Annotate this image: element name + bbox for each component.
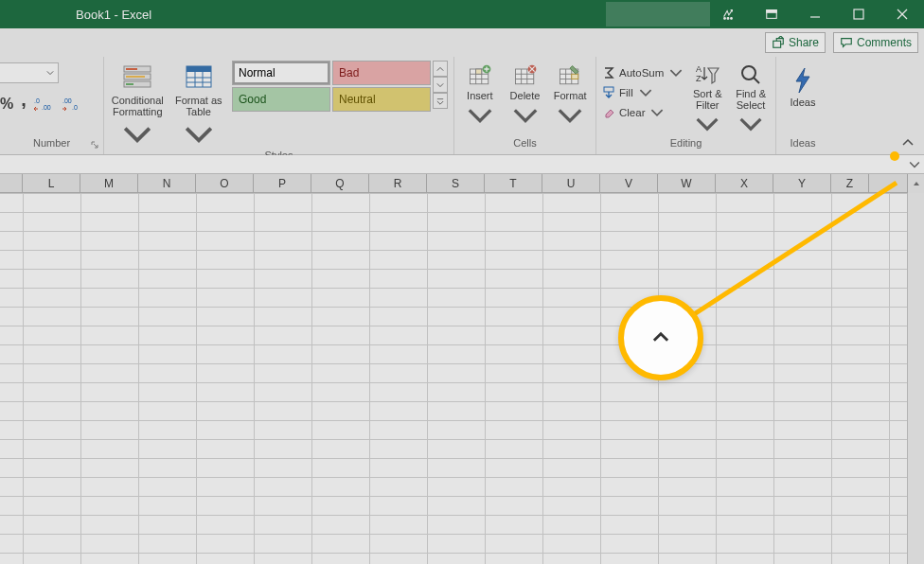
title-blur-patch: [606, 2, 710, 26]
share-icon: [772, 36, 785, 49]
callout-magnifier: [618, 295, 703, 380]
cell-style-good[interactable]: Good: [232, 87, 330, 112]
col-header[interactable]: Y: [773, 174, 831, 192]
share-label: Share: [789, 36, 819, 49]
group-number: ral % , .0.00 .00.0 Number: [0, 57, 104, 154]
insert-cells-button[interactable]: Insert: [460, 61, 500, 129]
col-header[interactable]: P: [254, 174, 311, 192]
col-header[interactable]: R: [369, 174, 427, 192]
chevron-down-icon: [122, 119, 152, 150]
clear-button[interactable]: Clear: [602, 104, 683, 121]
svg-rect-9: [773, 41, 781, 47]
vertical-scrollbar[interactable]: [907, 193, 924, 564]
window-title: Book1 - Excel: [76, 8, 151, 22]
col-header[interactable]: U: [542, 174, 600, 192]
svg-point-1: [727, 18, 729, 20]
svg-rect-19: [126, 83, 133, 85]
autosum-button[interactable]: AutoSum: [602, 64, 683, 81]
col-header[interactable]: T: [485, 174, 542, 192]
fill-down-icon: [602, 86, 615, 99]
delete-cells-button[interactable]: Delete: [506, 61, 545, 129]
cell-style-bad[interactable]: Bad: [332, 61, 431, 85]
increase-decimal-button[interactable]: .0.00: [34, 97, 55, 112]
col-header[interactable]: Q: [311, 174, 369, 192]
column-headers: L M N O P Q R S T U V W X Y Z: [0, 174, 924, 193]
svg-rect-4: [767, 10, 777, 13]
format-as-table-label: Format as Table: [171, 95, 227, 117]
title-bar: Book1 - Excel: [0, 0, 924, 28]
share-button[interactable]: Share: [765, 32, 826, 53]
fill-button[interactable]: Fill: [602, 84, 683, 101]
format-cells-button[interactable]: Format: [550, 61, 590, 129]
col-header[interactable]: O: [196, 174, 254, 192]
svg-rect-17: [126, 68, 137, 70]
chevron-down-icon: [467, 102, 493, 129]
find-select-button[interactable]: Find & Select: [732, 61, 770, 136]
ideas-group-label: Ideas: [791, 137, 816, 149]
increase-decimal-icon: .0.00: [34, 97, 53, 112]
svg-rect-45: [572, 74, 578, 79]
comments-icon: [840, 36, 853, 49]
quick-access-icon[interactable]: [706, 0, 750, 28]
gallery-scroll-up[interactable]: [433, 61, 448, 77]
svg-point-0: [724, 18, 726, 20]
percent-style-button[interactable]: %: [0, 96, 13, 113]
col-header[interactable]: Z: [831, 174, 869, 192]
svg-rect-32: [475, 69, 481, 74]
formula-bar[interactable]: [0, 155, 924, 174]
format-cells-icon: [557, 62, 583, 89]
conditional-formatting-label: Conditional Formatting: [110, 95, 166, 117]
gallery-more-button[interactable]: [433, 93, 448, 109]
cell-style-normal[interactable]: Normal: [232, 61, 330, 85]
decrease-decimal-button[interactable]: .00.0: [62, 97, 83, 112]
expand-formula-bar[interactable]: [909, 157, 920, 174]
format-as-table-button[interactable]: Format as Table: [171, 61, 227, 150]
chevron-down-icon: [512, 102, 539, 129]
cell-style-neutral[interactable]: Neutral: [332, 87, 431, 112]
collapse-ribbon-button[interactable]: [897, 133, 918, 152]
col-header[interactable]: M: [80, 174, 138, 192]
conditional-formatting-button[interactable]: Conditional Formatting: [110, 61, 166, 150]
cells-group-label: Cells: [513, 137, 536, 149]
gallery-scroll-down[interactable]: [433, 77, 448, 93]
ideas-button[interactable]: Ideas: [791, 61, 816, 108]
scroll-up-button[interactable]: [907, 174, 924, 193]
col-header[interactable]: V: [600, 174, 658, 192]
cell-styles-gallery: Normal Bad Good Neutral: [232, 61, 431, 112]
svg-rect-6: [854, 9, 863, 19]
col-header[interactable]: X: [716, 174, 773, 192]
col-header[interactable]: W: [658, 174, 716, 192]
worksheet-grid[interactable]: [0, 193, 924, 564]
minimize-button[interactable]: [793, 0, 837, 28]
chevron-up-icon: [901, 136, 915, 150]
chevron-up-icon: [651, 328, 670, 347]
svg-point-2: [731, 18, 733, 20]
maximize-button[interactable]: [837, 0, 880, 28]
col-header-blank[interactable]: [0, 174, 23, 192]
number-dialog-launcher[interactable]: [88, 138, 101, 151]
svg-text:.0: .0: [72, 104, 78, 111]
svg-line-50: [754, 78, 759, 83]
svg-rect-21: [187, 66, 211, 72]
col-header[interactable]: L: [23, 174, 80, 192]
col-header[interactable]: S: [427, 174, 485, 192]
col-header[interactable]: N: [138, 174, 196, 192]
group-editing: AutoSum Fill Clear: [596, 57, 776, 154]
chevron-down-icon: [650, 106, 664, 119]
find-icon: [738, 62, 763, 87]
lightning-icon: [791, 66, 815, 95]
ribbon-display-icon[interactable]: [750, 0, 793, 28]
comma-style-button[interactable]: ,: [21, 89, 27, 111]
svg-text:Z: Z: [696, 74, 702, 83]
chevron-down-icon: [738, 112, 763, 136]
svg-rect-46: [604, 87, 613, 92]
number-format-dropdown[interactable]: ral: [0, 62, 59, 83]
sort-filter-button[interactable]: AZ Sort & Filter: [688, 61, 726, 136]
close-button[interactable]: [880, 0, 924, 28]
comments-button[interactable]: Comments: [833, 32, 918, 53]
comments-label: Comments: [857, 36, 912, 49]
chevron-down-icon: [695, 112, 720, 136]
svg-text:.00: .00: [62, 97, 72, 104]
insert-cells-icon: [467, 62, 493, 89]
svg-text:.00: .00: [42, 104, 51, 111]
